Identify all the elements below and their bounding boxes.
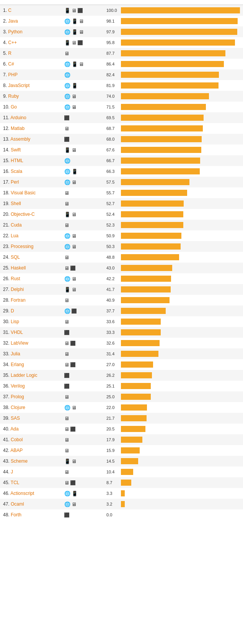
cell-spectrum: 3.3 [106,490,240,496]
lang-link[interactable]: ABAP [10,448,23,453]
lang-link[interactable]: SQL [11,255,20,260]
rank-number: 9. [3,94,7,99]
ranking-table: 1. C 📱🖥⬛ 100.0 2. Java 🌐📱🖥 98.1 3. Pytho… [0,0,243,520]
table-row: 39. SAS 🖥 21.7 [0,413,243,424]
lang-link[interactable]: Matlab [11,126,24,131]
lang-link[interactable]: Fortran [11,297,26,303]
table-row: 1. C 📱🖥⬛ 100.0 [0,5,243,16]
table-row: 48. Forth ⬛ 0.0 [0,509,243,520]
lang-link[interactable]: Lisp [11,319,19,324]
bar-value: 17.9 [106,437,119,442]
lang-link[interactable]: Verilog [11,383,25,389]
lang-link[interactable]: Python [8,29,22,34]
lang-link[interactable]: Actionscript [10,491,34,496]
lang-link[interactable]: PHP [8,72,18,77]
lang-link[interactable]: Haskell [11,265,26,271]
bar-container [121,254,240,260]
lang-link[interactable]: Julia [11,351,20,356]
bar-value: 71.5 [106,105,119,109]
cell-spectrum: 21.7 [106,415,240,421]
lang-link[interactable]: JavaScript [8,83,29,88]
rank-number: 15. [3,158,10,163]
cell-rank: 39. SAS [3,416,64,421]
lang-link[interactable]: C [8,8,11,13]
lang-link[interactable]: Ladder Logic [11,373,37,378]
cell-rank: 34. Erlang [3,362,64,367]
cell-rank: 48. Forth [3,512,64,518]
cell-types: 🌐⬛ [64,308,106,314]
web-icon: 🌐 [64,233,70,239]
cell-rank: 25. Haskell [3,265,64,271]
lang-link[interactable]: Arduino [10,115,26,120]
bar-value: 98.1 [106,19,119,23]
bar [121,61,224,67]
lang-link[interactable]: Cobol [11,437,23,442]
cell-rank: 32. LabView [3,340,64,346]
lang-link[interactable]: HTML [11,158,23,163]
cell-spectrum: 48.8 [106,254,240,260]
table-row: 16. Scala 🌐📱 66.3 [0,166,243,177]
cell-types: 🖥 [64,126,106,131]
bar [121,372,152,378]
cell-types: 🖥 [64,437,106,443]
cell-types: 🌐🖥 [64,276,106,282]
lang-link[interactable]: Lua [11,233,18,238]
rank-number: 25. [3,265,10,271]
lang-link[interactable]: Swift [11,147,21,153]
bar [121,168,200,174]
cell-spectrum: 31.4 [106,351,240,357]
lang-link[interactable]: Objective-C [11,212,35,217]
lang-link[interactable]: J [11,469,13,475]
table-row: 21. Cuda 🖥 52.3 [0,220,243,230]
cell-rank: 47. Ocaml [3,501,64,507]
table-row: 29. D 🌐⬛ 37.7 [0,306,243,316]
lang-link[interactable]: Perl [11,179,19,185]
bar-container [121,233,240,239]
table-row: 20. Objective-C 📱🖥 52.4 [0,209,243,220]
cell-spectrum: 97.9 [106,29,240,35]
lang-link[interactable]: VHDL [11,330,23,335]
lang-link[interactable]: Delphi [11,287,24,292]
bar-value: 86.4 [106,62,119,66]
lang-link[interactable]: C++ [8,40,17,45]
lang-link[interactable]: Clojure [11,405,25,410]
bar-container [121,211,240,217]
lang-link[interactable]: Ruby [8,94,19,99]
lang-link[interactable]: Scala [11,169,22,174]
bar [121,329,161,335]
lang-link[interactable]: Go [11,104,17,110]
lang-link[interactable]: SAS [11,416,20,421]
lang-link[interactable]: Java [8,18,18,24]
lang-link[interactable]: Visual Basic [11,190,36,196]
rank-number: 19. [3,201,10,206]
cell-rank: 7. PHP [3,72,64,77]
lang-link[interactable]: Ada [10,426,18,432]
bar-value: 21.7 [106,416,119,421]
cell-types: 🌐🖥 [64,501,106,507]
lang-link[interactable]: Cuda [11,222,22,228]
bar-container [121,72,240,78]
lang-link[interactable]: R [8,51,11,56]
lang-link[interactable]: Erlang [11,362,24,367]
chip-icon: ⬛ [64,115,69,120]
lang-link[interactable]: Forth [11,512,21,518]
rank-number: 16. [3,169,10,174]
cell-rank: 11. Arduino [3,115,64,120]
lang-link[interactable]: Prolog [11,394,24,399]
lang-link[interactable]: LabView [11,340,28,346]
bar-value: 41.7 [106,287,119,292]
lang-link[interactable]: Processing [11,244,33,249]
lang-link[interactable]: D [11,308,14,314]
desktop-icon: 🖥 [64,265,69,271]
table-row: 46. Actionscript 🌐📱 3.3 [0,488,243,499]
lang-link[interactable]: Rust [11,276,20,281]
lang-link[interactable]: Ocaml [11,501,24,507]
desktop-icon: 🖥 [64,416,69,421]
lang-link[interactable]: Shell [11,201,21,206]
lang-link[interactable]: TCL [11,480,20,485]
lang-link[interactable]: C# [8,61,14,67]
bar-value: 10.4 [106,470,119,474]
bar-value: 42.2 [106,276,119,281]
lang-link[interactable]: Scheme [11,458,28,464]
lang-link[interactable]: Assembly [10,136,30,142]
